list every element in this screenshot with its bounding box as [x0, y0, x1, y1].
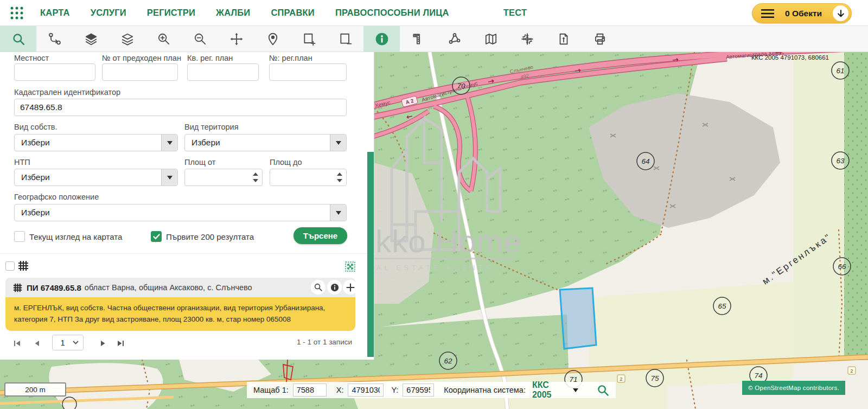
info-icon	[330, 283, 340, 292]
nav-item-0[interactable]: КАРТА	[40, 8, 70, 18]
svg-text:75: 75	[650, 374, 659, 382]
reg-plan-number-input[interactable]	[269, 63, 347, 81]
dropdown-arrow-icon[interactable]	[330, 204, 346, 221]
location-pin-icon	[266, 32, 280, 46]
y-coordinate-input[interactable]	[403, 384, 434, 397]
cadastral-circle-61: 61	[832, 62, 849, 79]
result-location: област Варна, община Аксаково, с. Слънче…	[85, 283, 252, 292]
select-all-checkbox[interactable]	[5, 261, 15, 271]
collapse-circle[interactable]	[833, 5, 848, 21]
expand-icon[interactable]	[345, 261, 355, 272]
previous-plan-input[interactable]	[102, 63, 178, 81]
geo-position-select[interactable]: Избери	[14, 204, 347, 221]
route-tool-button[interactable]	[36, 26, 73, 52]
dropdown-arrow-icon[interactable]	[330, 135, 346, 151]
route-icon	[48, 32, 62, 46]
x-coordinate-input[interactable]	[348, 384, 384, 397]
objects-count-label: 0 Обекти	[774, 9, 833, 18]
watermark-subtitle: REAL ESTATE AGENTS	[361, 264, 494, 272]
current-view-checkbox[interactable]	[14, 231, 25, 242]
map-tool-button[interactable]	[473, 26, 509, 52]
orchard-strip	[844, 52, 868, 360]
cursor-coordinates: ККС 2005 4791073, 680661	[751, 54, 829, 61]
apps-grid-icon[interactable]	[9, 5, 25, 21]
measure-tool-button[interactable]	[400, 26, 436, 52]
previous-page-button[interactable]	[30, 337, 43, 350]
search-icon	[597, 384, 609, 397]
dropdown-arrow-icon[interactable]	[161, 135, 177, 151]
export-tool-button[interactable]	[545, 26, 582, 52]
cadastral-id-label: Кадастрален идентификатор	[14, 88, 120, 97]
zoom-out-icon	[193, 32, 207, 46]
coordinate-axes-tool-button[interactable]	[509, 26, 545, 52]
locality-input[interactable]	[14, 63, 95, 81]
svg-text:63: 63	[836, 157, 845, 165]
ownership-select[interactable]: Избери	[14, 134, 178, 151]
layers-tool-button[interactable]	[73, 26, 109, 52]
field-label: № от предходен план	[102, 54, 181, 62]
area-to-stepper[interactable]	[270, 169, 347, 186]
area-from-stepper[interactable]	[184, 169, 263, 186]
first-page-button[interactable]	[11, 337, 24, 350]
hamburger-icon	[761, 9, 774, 18]
print-tool-button[interactable]	[582, 26, 618, 52]
layers-stack-tool-button[interactable]	[109, 26, 145, 52]
last-page-button[interactable]	[114, 337, 127, 350]
page-select[interactable]: 1	[52, 335, 84, 350]
chevron-down-icon[interactable]	[573, 388, 578, 392]
y-label: Y:	[391, 386, 398, 394]
location-pin-tool-button[interactable]	[254, 26, 291, 52]
x-label: X:	[336, 386, 344, 394]
field-label: №: рег.план	[269, 54, 312, 62]
panel-scrollbar[interactable]	[367, 152, 374, 357]
print-icon	[593, 32, 607, 46]
pagination-summary: 1 - 1 от 1 записи	[297, 338, 352, 346]
dropdown-arrow-icon[interactable]	[161, 169, 177, 186]
reg-plan-quarter-input[interactable]	[187, 63, 259, 81]
pan-tool-button[interactable]	[218, 26, 254, 52]
selected-parcel[interactable]	[560, 288, 596, 349]
zoom-to-result-button[interactable]	[311, 280, 326, 295]
map-icon	[484, 32, 498, 46]
nav-item-3[interactable]: ЖАЛБИ	[216, 8, 250, 18]
add-result-button[interactable]	[343, 280, 358, 295]
search-icon	[11, 32, 25, 46]
result-info-button[interactable]	[327, 280, 342, 295]
coordinate-axes-icon	[520, 32, 534, 46]
nav-item-1[interactable]: УСЛУГИ	[91, 8, 126, 18]
remove-rectangle-tool-button[interactable]	[327, 26, 363, 52]
zoom-out-tool-button[interactable]	[182, 26, 218, 52]
search-tool-button[interactable]	[0, 26, 36, 52]
add-rectangle-tool-button[interactable]	[291, 26, 327, 52]
grid-icon[interactable]	[18, 260, 29, 271]
nav-item-6[interactable]: ТЕСТ	[503, 8, 527, 18]
cadastral-circle-65: 65	[713, 297, 731, 315]
svg-text:2: 2	[850, 368, 853, 374]
search-button[interactable]: Търсене	[293, 227, 347, 244]
scale-input[interactable]	[293, 384, 327, 397]
pan-icon	[229, 32, 244, 46]
zoom-in-tool-button[interactable]	[145, 26, 182, 52]
first-200-checkbox[interactable]	[151, 231, 162, 242]
export-icon	[557, 32, 571, 46]
polygon-tool-button[interactable]	[436, 26, 473, 52]
arrow-down-icon	[836, 9, 846, 18]
result-id: ПИ 67489.65.8	[27, 283, 81, 292]
nav-item-4[interactable]: СПРАВКИ	[271, 8, 315, 18]
coordinate-search-button[interactable]	[597, 384, 609, 397]
osm-attribution[interactable]: © OpenStreetMap contributors.	[742, 381, 845, 395]
divider	[0, 253, 374, 254]
territory-select[interactable]: Избери	[184, 134, 347, 151]
check-icon	[153, 234, 160, 240]
crs-select[interactable]: ККС 2005	[532, 380, 565, 400]
svg-text:65: 65	[718, 302, 726, 310]
search-panel: Местност № от предходен план Кв. рег. пл…	[0, 52, 374, 360]
objects-button[interactable]: 0 Обекти	[752, 3, 852, 23]
nav-item-5[interactable]: ПРАВОСПОСОБНИ ЛИЦА	[335, 8, 449, 18]
nav-item-2[interactable]: РЕГИСТРИ	[147, 8, 195, 18]
ntp-select[interactable]: Избери	[14, 169, 178, 186]
next-page-button[interactable]	[97, 337, 110, 350]
cadastral-id-input[interactable]	[14, 99, 347, 116]
info-tool-button[interactable]	[363, 26, 400, 52]
result-row-header[interactable]: ПИ 67489.65.8 област Варна, община Аксак…	[5, 278, 355, 297]
